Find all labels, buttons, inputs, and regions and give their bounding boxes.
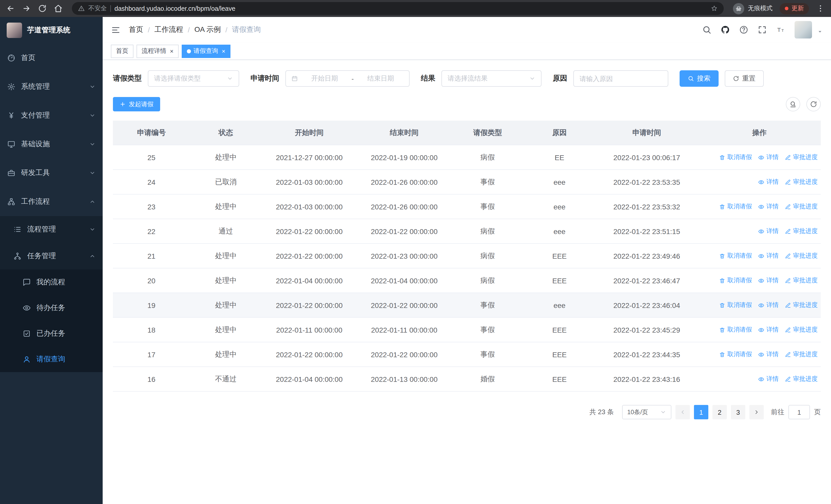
sidebar-item[interactable]: 已办任务 — [0, 321, 103, 347]
url-text[interactable]: dashboard.yudao.iocoder.cn/bpm/oa/leave — [114, 5, 235, 12]
prev-page-button[interactable] — [676, 405, 690, 419]
sidebar-item[interactable]: 支付管理 — [0, 101, 103, 130]
tab-close-icon[interactable]: × — [170, 48, 173, 54]
user-avatar[interactable] — [795, 21, 812, 38]
sidebar-item[interactable]: 待办任务 — [0, 295, 103, 321]
detail-link[interactable]: 详情 — [758, 301, 779, 309]
breadcrumb-item[interactable]: 首页 — [129, 25, 143, 34]
tab-item[interactable]: 请假查询× — [182, 45, 230, 58]
table-row[interactable]: 21处理中2022-01-22 00:00:002022-01-23 00:00… — [113, 244, 821, 268]
column-header: 申请时间 — [595, 121, 698, 145]
breadcrumb-item[interactable]: OA 示例 — [195, 25, 221, 34]
result-select[interactable]: 请选择流结果 — [441, 70, 542, 87]
font-size-icon[interactable]: TT — [776, 25, 785, 34]
apply-time-range-picker[interactable]: 开始日期 - 结束日期 — [285, 70, 409, 87]
approval-progress-link[interactable]: 审批进度 — [785, 251, 818, 260]
search-button[interactable]: 搜索 — [680, 70, 719, 87]
detail-link[interactable]: 详情 — [758, 178, 779, 186]
approval-progress-link[interactable]: 审批进度 — [785, 227, 818, 236]
detail-link[interactable]: 详情 — [758, 276, 779, 285]
sidebar-item[interactable]: 工作流程 — [0, 187, 103, 216]
detail-link[interactable]: 详情 — [758, 251, 779, 260]
cancel-leave-link[interactable]: 取消请假 — [719, 301, 752, 309]
cancel-leave-link[interactable]: 取消请假 — [719, 251, 752, 260]
reason-label: 原因 — [553, 74, 567, 83]
sidebar-item[interactable]: 系统管理 — [0, 72, 103, 101]
create-leave-button[interactable]: 发起请假 — [113, 97, 160, 111]
table-row[interactable]: 24已取消2022-01-03 00:00:002022-01-26 00:00… — [113, 170, 821, 195]
approval-progress-link[interactable]: 审批进度 — [785, 375, 818, 383]
browser-menu-icon[interactable] — [816, 4, 825, 13]
sidebar-item[interactable]: 基础设施 — [0, 130, 103, 158]
table-row[interactable]: 22通过2022-01-22 00:00:002022-01-22 00:00:… — [113, 219, 821, 244]
table-row[interactable]: 25处理中2021-12-27 00:00:002022-01-19 00:00… — [113, 145, 821, 170]
cancel-leave-link[interactable]: 取消请假 — [719, 202, 752, 211]
sidebar-item-label: 待办任务 — [36, 303, 95, 313]
cancel-leave-link[interactable]: 取消请假 — [719, 350, 752, 359]
detail-link[interactable]: 详情 — [758, 153, 779, 162]
page-button[interactable]: 1 — [694, 405, 708, 419]
browser-home-icon[interactable] — [54, 4, 63, 13]
help-icon[interactable] — [739, 25, 748, 34]
cell-actions: 取消请假详情审批进度 — [698, 293, 821, 318]
app-logo[interactable]: 芋道管理系统 — [0, 17, 103, 43]
browser-back-icon[interactable] — [6, 4, 15, 13]
address-bar[interactable]: 不安全 dashboard.yudao.iocoder.cn/bpm/oa/le… — [72, 2, 724, 15]
cell-reason: EEE — [523, 318, 595, 342]
cell-actions: 取消请假详情审批进度 — [698, 145, 821, 170]
browser-forward-icon[interactable] — [22, 4, 31, 13]
approval-progress-link[interactable]: 审批进度 — [785, 202, 818, 211]
breadcrumb-item[interactable]: 工作流程 — [154, 25, 183, 34]
cancel-leave-link[interactable]: 取消请假 — [719, 325, 752, 334]
sidebar-item[interactable]: 流程管理 — [0, 216, 103, 243]
sidebar-item[interactable]: 我的流程 — [0, 269, 103, 295]
sidebar-toggle-icon[interactable] — [111, 25, 121, 35]
page-button[interactable]: 2 — [712, 405, 727, 419]
refresh-button[interactable] — [806, 97, 821, 111]
cancel-leave-link[interactable]: 取消请假 — [719, 276, 752, 285]
fullscreen-icon[interactable] — [757, 25, 767, 34]
reset-button[interactable]: 重置 — [725, 70, 764, 87]
bookmark-star-icon[interactable] — [711, 5, 718, 12]
detail-link[interactable]: 详情 — [758, 227, 779, 236]
cancel-leave-link[interactable]: 取消请假 — [719, 153, 752, 162]
table-row[interactable]: 20处理中2022-01-04 00:00:002022-01-04 00:00… — [113, 268, 821, 293]
table-row[interactable]: 17处理中2022-01-22 00:00:002022-01-22 00:00… — [113, 342, 821, 367]
avatar-caret-icon[interactable] — [817, 29, 823, 34]
table-row[interactable]: 19处理中2022-01-22 00:00:002022-01-22 00:00… — [113, 293, 821, 318]
approval-progress-link[interactable]: 审批进度 — [785, 276, 818, 285]
approval-progress-link[interactable]: 审批进度 — [785, 301, 818, 309]
approval-progress-link[interactable]: 审批进度 — [785, 325, 818, 334]
page-size-select[interactable]: 10条/页 — [622, 405, 671, 419]
sidebar-item[interactable]: 任务管理 — [0, 243, 103, 269]
detail-link[interactable]: 详情 — [758, 202, 779, 211]
detail-link[interactable]: 详情 — [758, 375, 779, 383]
page-button[interactable]: 3 — [731, 405, 745, 419]
cell-start: 2022-01-03 00:00:00 — [262, 195, 357, 219]
approval-progress-link[interactable]: 审批进度 — [785, 178, 818, 186]
approval-progress-link[interactable]: 审批进度 — [785, 153, 818, 162]
sidebar-item[interactable]: 首页 — [0, 43, 103, 72]
sidebar-item[interactable]: 研发工具 — [0, 158, 103, 187]
cancel-leave-icon — [719, 351, 725, 357]
approval-progress-link[interactable]: 审批进度 — [785, 350, 818, 359]
tab-item[interactable]: 首页 — [111, 45, 134, 58]
browser-reload-icon[interactable] — [38, 4, 47, 13]
detail-link[interactable]: 详情 — [758, 325, 779, 334]
github-icon[interactable] — [721, 25, 730, 34]
toggle-search-button[interactable] — [786, 97, 800, 111]
goto-page-input[interactable] — [789, 405, 810, 419]
table-row[interactable]: 18处理中2022-01-11 00:00:002022-01-11 00:00… — [113, 318, 821, 342]
table-row[interactable]: 23处理中2022-01-03 00:00:002022-01-26 00:00… — [113, 195, 821, 219]
leave-type-select[interactable]: 请选择请假类型 — [148, 70, 239, 87]
reason-input[interactable] — [573, 70, 668, 87]
tab-close-icon[interactable]: × — [222, 48, 225, 54]
browser-update-button[interactable]: 更新 — [780, 3, 809, 14]
detail-link[interactable]: 详情 — [758, 350, 779, 359]
sidebar-item[interactable]: 请假查询 — [0, 347, 103, 372]
table-row[interactable]: 16不通过2022-01-04 00:00:002022-01-13 00:00… — [113, 367, 821, 392]
next-page-button[interactable] — [749, 405, 764, 419]
action-label: 审批进度 — [793, 301, 818, 309]
tab-item[interactable]: 流程详情× — [137, 45, 179, 58]
header-search-icon[interactable] — [702, 25, 711, 34]
